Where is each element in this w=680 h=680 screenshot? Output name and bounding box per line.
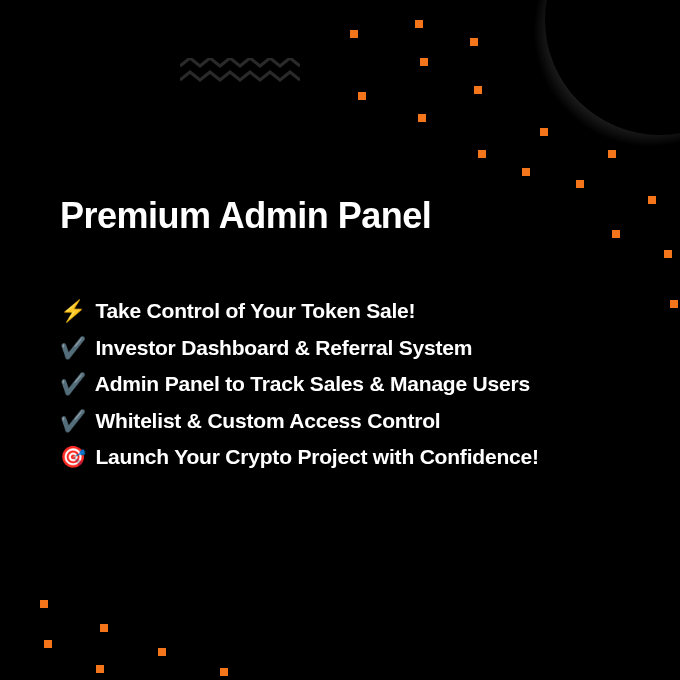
accent-dot	[664, 250, 672, 258]
feature-item: ⚡ Take Control of Your Token Sale!	[60, 295, 640, 328]
check-icon: ✔️	[60, 405, 86, 438]
accent-dot	[478, 150, 486, 158]
accent-dot	[648, 196, 656, 204]
accent-dot	[420, 58, 428, 66]
feature-text: Take Control of Your Token Sale!	[95, 299, 415, 322]
zigzag-decoration	[180, 58, 300, 86]
feature-item: ✔️ Admin Panel to Track Sales & Manage U…	[60, 368, 640, 401]
accent-dot	[670, 300, 678, 308]
accent-dot	[608, 150, 616, 158]
feature-text: Investor Dashboard & Referral System	[95, 336, 472, 359]
accent-dot	[158, 648, 166, 656]
feature-text: Admin Panel to Track Sales & Manage User…	[95, 372, 530, 395]
accent-dot	[220, 668, 228, 676]
feature-text: Whitelist & Custom Access Control	[95, 409, 440, 432]
accent-dot	[418, 114, 426, 122]
accent-dot	[470, 38, 478, 46]
accent-dot	[96, 665, 104, 673]
accent-dot	[44, 640, 52, 648]
accent-dot	[350, 30, 358, 38]
accent-dot	[100, 624, 108, 632]
accent-dot	[415, 20, 423, 28]
lightning-icon: ⚡	[60, 295, 86, 328]
accent-dot	[540, 128, 548, 136]
page-title: Premium Admin Panel	[60, 195, 640, 237]
accent-dot	[474, 86, 482, 94]
content-block: Premium Admin Panel ⚡ Take Control of Yo…	[60, 195, 640, 478]
check-icon: ✔️	[60, 332, 86, 365]
accent-dot	[522, 168, 530, 176]
target-icon: 🎯	[60, 441, 86, 474]
check-icon: ✔️	[60, 368, 86, 401]
feature-text: Launch Your Crypto Project with Confiden…	[95, 445, 538, 468]
feature-list: ⚡ Take Control of Your Token Sale! ✔️ In…	[60, 295, 640, 474]
feature-item: ✔️ Investor Dashboard & Referral System	[60, 332, 640, 365]
feature-item: 🎯 Launch Your Crypto Project with Confid…	[60, 441, 640, 474]
accent-dot	[40, 600, 48, 608]
feature-item: ✔️ Whitelist & Custom Access Control	[60, 405, 640, 438]
accent-dot	[576, 180, 584, 188]
accent-dot	[358, 92, 366, 100]
